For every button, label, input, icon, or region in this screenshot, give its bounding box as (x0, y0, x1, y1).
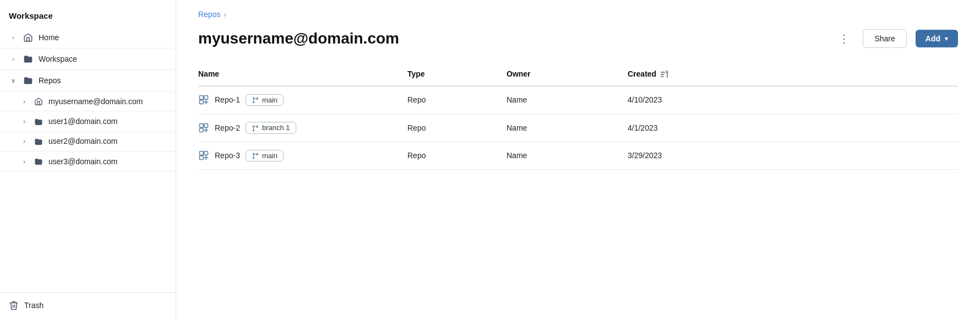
sidebar-item-user3-label: user3@domain.com (48, 157, 118, 166)
sidebar-item-user1-label: user1@domain.com (48, 117, 118, 126)
breadcrumb-repos-link[interactable]: Repos (198, 10, 220, 19)
share-button[interactable]: Share (863, 29, 906, 48)
add-button[interactable]: Add ▾ (916, 30, 958, 47)
trash-icon (9, 300, 19, 310)
chevron-right-icon: › (20, 158, 29, 165)
repo-name: Repo-2 (215, 123, 240, 132)
repo-name: Repo-1 (215, 95, 240, 104)
sidebar-item-user1[interactable]: › user1@domain.com (0, 111, 176, 131)
sidebar-item-trash[interactable]: Trash (0, 292, 176, 318)
col-header-name: Name (198, 64, 407, 86)
home-icon (34, 96, 43, 106)
page-header: myusername@domain.com ⋮ Share Add ▾ (198, 29, 958, 48)
repo-icon (198, 150, 209, 161)
table-cell-type: Repo (407, 142, 507, 170)
folder-icon (34, 157, 43, 166)
sidebar-item-repos[interactable]: ∨ Repos (0, 70, 176, 91)
svg-rect-6 (200, 100, 204, 104)
folder-icon (34, 116, 43, 126)
table-cell-owner: Name (507, 86, 628, 114)
page-title: myusername@domain.com (198, 30, 825, 47)
sidebar-title: Workspace (0, 7, 176, 27)
table-cell-created: 4/1/2023 (628, 114, 958, 142)
sidebar-item-workspace[interactable]: › Workspace (0, 48, 176, 70)
branch-name: branch 1 (262, 123, 290, 132)
chevron-right-icon: › (20, 98, 29, 105)
sidebar-item-home-label: Home (39, 33, 167, 42)
repo-icon (198, 122, 209, 133)
svg-point-26 (257, 154, 258, 155)
svg-rect-13 (204, 123, 208, 127)
sidebar-item-myusername[interactable]: › myusername@domain.com (0, 91, 176, 111)
home-icon (23, 33, 33, 42)
svg-rect-4 (200, 96, 204, 100)
table-cell-owner: Name (507, 142, 628, 170)
svg-rect-14 (200, 128, 204, 132)
repo-icon (198, 94, 209, 105)
table-row[interactable]: Repo-1 main Repo Name (198, 86, 958, 114)
repo-name: Repo-3 (215, 151, 240, 160)
table-body: Repo-1 main Repo Name (198, 86, 958, 170)
branch-icon (252, 96, 259, 105)
sidebar-item-repos-label: Repos (39, 76, 167, 85)
table-cell-created: 4/10/2023 (628, 86, 958, 114)
sidebar: Workspace › Home › Workspace ∨ Repos (0, 0, 176, 318)
table-row[interactable]: Repo-2 branch 1 Repo N (198, 114, 958, 142)
chevron-right-icon: › (9, 34, 18, 41)
sidebar-item-user3[interactable]: › user3@domain.com (0, 152, 176, 171)
col-header-type: Type (407, 64, 507, 86)
table-row[interactable]: Repo-3 main Repo Name (198, 142, 958, 170)
sidebar-item-user2-label: user2@domain.com (48, 137, 118, 145)
sidebar-item-home[interactable]: › Home (0, 27, 176, 48)
sidebar-item-workspace-label: Workspace (39, 55, 167, 63)
table-cell-owner: Name (507, 114, 628, 142)
col-header-created[interactable]: Created (628, 64, 958, 86)
more-menu-button[interactable]: ⋮ (834, 29, 854, 48)
table-cell-name: Repo-3 main (198, 142, 407, 170)
sidebar-item-user2[interactable]: › user2@domain.com (0, 132, 176, 152)
col-header-owner: Owner (507, 64, 628, 86)
svg-rect-21 (204, 152, 208, 155)
folder-icon (23, 54, 33, 64)
chevron-right-icon: › (20, 138, 29, 144)
sidebar-trash-label: Trash (24, 301, 43, 310)
breadcrumb-separator: › (224, 10, 226, 19)
branch-icon (252, 152, 259, 160)
sort-icon (660, 69, 668, 79)
chevron-right-icon: › (20, 118, 29, 125)
table-cell-created: 3/29/2023 (628, 142, 958, 170)
branch-badge[interactable]: branch 1 (246, 122, 296, 134)
branch-name: main (262, 152, 277, 160)
repo-table: Name Type Owner Created (198, 64, 958, 170)
breadcrumb: Repos › (198, 10, 958, 19)
table-cell-type: Repo (407, 86, 507, 114)
table-header: Name Type Owner Created (198, 64, 958, 86)
sidebar-item-myusername-label: myusername@domain.com (48, 97, 143, 106)
table-cell-name: Repo-2 branch 1 (198, 114, 407, 142)
folder-icon (34, 137, 43, 146)
svg-point-18 (257, 126, 258, 127)
branch-icon (252, 123, 259, 132)
main-content: Repos › myusername@domain.com ⋮ Share Ad… (176, 0, 980, 318)
branch-badge[interactable]: main (246, 150, 284, 162)
sidebar-spacer (0, 171, 176, 292)
svg-rect-22 (200, 156, 204, 160)
svg-rect-12 (200, 123, 204, 127)
add-dropdown-arrow-icon: ▾ (945, 35, 948, 42)
chevron-down-icon: ∨ (9, 77, 18, 84)
chevron-right-icon: › (9, 56, 18, 62)
table-cell-type: Repo (407, 114, 507, 142)
folder-icon (23, 76, 33, 85)
add-button-label: Add (925, 34, 940, 43)
branch-badge[interactable]: main (246, 94, 284, 106)
svg-point-10 (257, 98, 258, 99)
table-cell-name: Repo-1 main (198, 86, 407, 114)
svg-rect-20 (200, 152, 204, 155)
svg-rect-5 (204, 96, 208, 100)
branch-name: main (262, 96, 277, 104)
